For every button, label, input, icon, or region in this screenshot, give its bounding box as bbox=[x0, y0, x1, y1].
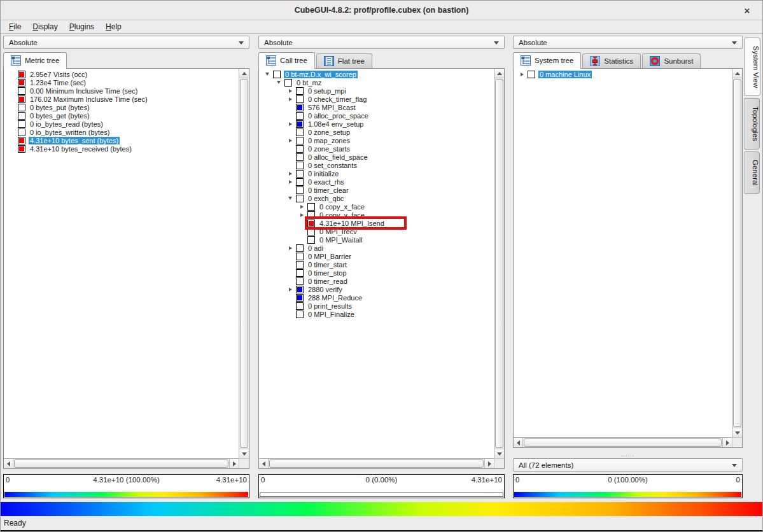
splitter-handle[interactable]: ...... bbox=[513, 453, 743, 458]
tree-row[interactable]: 0 MPI_Waitall bbox=[259, 235, 494, 244]
menu-file[interactable]: File bbox=[3, 21, 27, 32]
scrollbar-track[interactable] bbox=[269, 459, 484, 468]
scrollbar-thumb[interactable] bbox=[495, 79, 503, 448]
tree-item-label[interactable]: 0 MPI_Barrier bbox=[307, 253, 353, 260]
horizontal-scrollbar[interactable] bbox=[4, 458, 239, 468]
tree-item-label[interactable]: 0 adi bbox=[307, 244, 325, 252]
expander-slot[interactable] bbox=[296, 205, 307, 209]
tree-item-label[interactable]: 0 timer_stop bbox=[307, 269, 348, 277]
tree-row[interactable]: 0 setup_mpi bbox=[259, 87, 494, 95]
scroll-left-button[interactable] bbox=[4, 459, 13, 468]
tree-item-label[interactable]: 0 copy_x_face bbox=[318, 203, 366, 211]
metric-color-box[interactable] bbox=[296, 129, 304, 136]
collapse-arrow-icon[interactable] bbox=[265, 73, 269, 76]
tree-item-label[interactable]: 0 bytes_get (bytes) bbox=[29, 112, 91, 120]
tree-item-label[interactable]: 0 timer_read bbox=[307, 277, 349, 285]
expander-slot[interactable] bbox=[284, 172, 296, 176]
tree-row[interactable]: 0 alloc_proc_space bbox=[259, 111, 494, 120]
collapse-arrow-icon[interactable] bbox=[288, 197, 292, 200]
tree-row[interactable]: 576 MPI_Bcast bbox=[259, 103, 494, 111]
tree-row[interactable]: 0 set_constants bbox=[259, 161, 494, 169]
tree-row[interactable]: 0 bt-mz.D.x_wi_scorep bbox=[259, 70, 494, 78]
menu-display[interactable]: Display bbox=[27, 21, 63, 32]
tree-item-label[interactable]: 0 check_timer_flag bbox=[307, 95, 368, 103]
expand-arrow-icon[interactable] bbox=[289, 180, 292, 184]
call-value-mode-combo[interactable]: Absolute bbox=[258, 36, 505, 49]
metric-color-box[interactable] bbox=[307, 203, 315, 211]
scroll-left-button[interactable] bbox=[259, 459, 269, 468]
metric-color-box[interactable] bbox=[528, 71, 535, 78]
metric-color-box[interactable] bbox=[18, 145, 25, 153]
metric-color-box[interactable] bbox=[296, 244, 304, 252]
tree-row[interactable]: 0 MPI_Barrier bbox=[259, 252, 494, 260]
scrollbar-track[interactable] bbox=[494, 78, 504, 449]
tree-row[interactable]: 2.95e7 Visits (occ) bbox=[4, 70, 239, 78]
tree-item-label[interactable]: 2.95e7 Visits (occ) bbox=[29, 71, 88, 78]
tab-statistics[interactable]: Statistics bbox=[582, 53, 641, 68]
tree-item-label[interactable]: 0 timer_clear bbox=[307, 186, 350, 194]
tree-row[interactable]: 0 MPI_Irecv bbox=[259, 227, 494, 235]
metric-color-box[interactable] bbox=[296, 311, 304, 318]
metric-color-box[interactable] bbox=[296, 87, 304, 95]
tree-row[interactable]: 0 MPI_Finalize bbox=[259, 310, 494, 318]
metric-color-box[interactable] bbox=[296, 104, 304, 111]
tree-item-label[interactable]: 176.02 Maximum Inclusive Time (sec) bbox=[29, 95, 149, 103]
tab-system-tree[interactable]: System tree bbox=[513, 52, 581, 69]
tree-item-label[interactable]: 0 alloc_proc_space bbox=[307, 112, 370, 120]
expander-slot[interactable] bbox=[284, 122, 296, 126]
tree-item-label[interactable]: 4.31e+10 bytes_received (bytes) bbox=[29, 145, 133, 153]
metric-color-box[interactable] bbox=[296, 153, 304, 161]
metric-color-box[interactable] bbox=[18, 120, 25, 128]
scroll-left-button[interactable] bbox=[514, 438, 523, 447]
expand-arrow-icon[interactable] bbox=[289, 97, 292, 101]
tree-item-label[interactable]: 4.31e+10 bytes_sent (bytes) bbox=[29, 137, 120, 144]
tree-row[interactable]: 0 timer_stop bbox=[259, 269, 494, 277]
tree-row[interactable]: 0 zone_setup bbox=[259, 128, 494, 136]
system-filter-combo[interactable]: All (72 elements) bbox=[513, 458, 743, 472]
metric-color-box[interactable] bbox=[18, 95, 25, 103]
metric-color-box[interactable] bbox=[296, 186, 304, 194]
metric-color-box[interactable] bbox=[18, 71, 25, 78]
menu-plugins[interactable]: Plugins bbox=[64, 21, 100, 32]
vertical-scrollbar[interactable] bbox=[494, 69, 504, 458]
tree-row[interactable]: 0.00 Minimum Inclusive Time (sec) bbox=[4, 87, 239, 95]
tree-row[interactable]: 0 io_bytes_written (bytes) bbox=[4, 128, 239, 136]
metric-color-box[interactable] bbox=[296, 112, 304, 120]
tree-row[interactable]: 4.31e+10 bytes_sent (bytes) bbox=[4, 136, 239, 144]
scrollbar-thumb[interactable] bbox=[524, 438, 722, 447]
expand-arrow-icon[interactable] bbox=[289, 246, 292, 250]
scrollbar-thumb[interactable] bbox=[240, 79, 248, 448]
scroll-right-button[interactable] bbox=[229, 459, 239, 468]
scrollbar-track[interactable] bbox=[523, 438, 722, 447]
expander-slot[interactable] bbox=[262, 73, 273, 76]
tree-row[interactable]: 1.08e4 env_setup bbox=[259, 120, 494, 128]
metric-color-box[interactable] bbox=[18, 112, 25, 120]
metric-color-box[interactable] bbox=[296, 286, 304, 293]
side-tab-general[interactable]: General bbox=[745, 151, 760, 194]
scrollbar-track[interactable] bbox=[732, 78, 742, 428]
tree-row[interactable]: 0 copy_y_face bbox=[259, 211, 494, 219]
tree-item-label[interactable]: 0 MPI_Finalize bbox=[307, 311, 356, 318]
scrollbar-track[interactable] bbox=[13, 459, 229, 468]
expander-slot[interactable] bbox=[284, 197, 296, 200]
tree-row[interactable]: 0 adi bbox=[259, 244, 494, 252]
system-value-mode-combo[interactable]: Absolute bbox=[513, 36, 743, 49]
tree-row[interactable]: 0 timer_start bbox=[259, 260, 494, 269]
tree-row[interactable]: 0 bytes_get (bytes) bbox=[4, 111, 239, 120]
tab-sunburst[interactable]: Sunburst bbox=[642, 53, 701, 68]
tree-row[interactable]: 4.31e+10 bytes_received (bytes) bbox=[4, 144, 239, 153]
tree-row[interactable]: 0 zone_starts bbox=[259, 144, 494, 153]
metric-color-box[interactable] bbox=[296, 302, 304, 310]
tree-row[interactable]: 0 copy_x_face bbox=[259, 202, 494, 211]
expand-arrow-icon[interactable] bbox=[289, 172, 292, 176]
scroll-right-button[interactable] bbox=[484, 459, 494, 468]
side-tab-topologies[interactable]: Topologies bbox=[745, 98, 760, 150]
tree-row[interactable]: 0 machine Linux bbox=[514, 70, 732, 78]
expand-arrow-icon[interactable] bbox=[289, 122, 292, 126]
tree-row[interactable]: 0 exact_rhs bbox=[259, 178, 494, 186]
close-button[interactable]: × bbox=[741, 4, 753, 17]
expander-slot[interactable] bbox=[516, 73, 528, 76]
expander-slot[interactable] bbox=[284, 89, 296, 93]
metric-color-box[interactable] bbox=[296, 253, 304, 260]
tree-item-label[interactable]: 4.31e+10 MPI_Isend bbox=[318, 220, 386, 227]
